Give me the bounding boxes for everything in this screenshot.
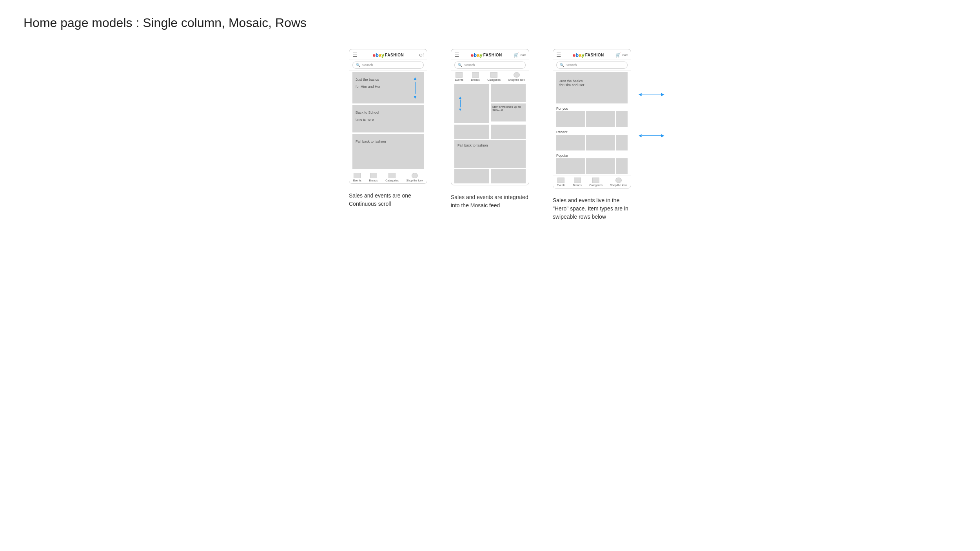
section-label-popular: Popular <box>553 152 631 158</box>
logo-area-rows: ebay FASHION <box>573 52 604 58</box>
caption-rows: Sales and events live in the "Hero" spac… <box>553 196 631 221</box>
mosaic-right-stack: Men's watches up to 30%.off <box>491 84 526 123</box>
block-label-1: Just the basics for Him and Her <box>356 78 381 89</box>
foryou-cell-3 <box>616 111 628 127</box>
mosaic-wireframe: ☰ ebay FASHION 🛒 Cart 🔍 Search <box>451 49 529 210</box>
hero-block-rows: Just the basics for Him and Her <box>556 72 628 103</box>
nav-shopthelook-mosaic[interactable]: Shop the look <box>508 72 525 81</box>
ebay-logo-mosaic: ebay <box>471 52 483 58</box>
rows-phone: ☰ ebay FASHION 🛒 Cart 🔍 <box>553 49 631 188</box>
nav-categories-single[interactable]: Categories <box>385 173 399 182</box>
header-icons-mosaic: 🛒 Cart <box>514 53 526 58</box>
menu-icon-mosaic: ☰ <box>454 52 459 58</box>
recent-row <box>553 135 631 152</box>
fashion-label-mosaic: FASHION <box>483 53 502 57</box>
cart-icon-mosaic: 🛒 <box>514 53 519 58</box>
nav-categories-mosaic[interactable]: Categories <box>487 72 501 81</box>
hero-arrow: ◀ ▶ <box>639 92 664 96</box>
nav-brands-mosaic[interactable]: Brands <box>471 72 480 81</box>
nav-label-brands: Brands <box>369 179 378 182</box>
mosaic-right-top <box>491 84 526 102</box>
header-icons-rows: 🛒 Cart <box>615 53 628 58</box>
nav-shopthelook-single[interactable]: Shop the look <box>406 173 423 182</box>
mosaic-top-grid: ▲ ▼ Men's watches up to 30%.off <box>451 82 529 125</box>
cart-icon-rows: 🛒 <box>615 53 621 58</box>
fashion-label-rows: FASHION <box>585 53 604 57</box>
foryou-row <box>553 111 631 129</box>
caption-single: Sales and events are one Continuous scro… <box>349 192 427 208</box>
ebay-logo: ebay <box>373 52 385 58</box>
search-icon-single: 🔍 <box>356 63 360 67</box>
search-icon-mosaic: 🔍 <box>458 63 462 67</box>
mosaic-arrow: ▲ ▼ <box>458 95 462 112</box>
scroll-arrow-single: ▲ ▼ <box>413 76 417 100</box>
search-bar-rows[interactable]: 🔍 Search <box>556 62 628 69</box>
mosaic-bottom-left <box>454 169 489 183</box>
foryou-cell-2 <box>586 111 615 127</box>
nav-label-categories: Categories <box>385 179 399 182</box>
caption-mosaic: Sales and events are integrated into the… <box>451 193 529 210</box>
header-icons-single: ⊙! <box>419 53 424 58</box>
nav-shopthelook-rows[interactable]: Shop the look <box>610 178 627 187</box>
popular-row <box>553 158 631 176</box>
fashion-label: FASHION <box>385 53 404 57</box>
phone-header-mosaic: ☰ ebay FASHION 🛒 Cart <box>451 49 529 60</box>
logo-area-mosaic: ebay FASHION <box>471 52 502 58</box>
foryou-cell-1 <box>556 111 585 127</box>
popular-cell-2 <box>586 158 615 174</box>
bottom-nav-single: Events Brands Categories Shop the look <box>349 171 427 183</box>
nav-brands-rows[interactable]: Brands <box>573 178 582 187</box>
block-label-3: Fall back to fashion <box>356 140 386 143</box>
search-text-single: Search <box>362 63 373 67</box>
nav-categories-rows[interactable]: Categories <box>589 178 603 187</box>
search-area-single[interactable]: 🔍 Search <box>349 60 427 71</box>
phone-header-single: ☰ ebay FASHION ⊙! <box>349 49 427 60</box>
foryou-arrow: ◀ ▶ <box>639 133 664 138</box>
phone-content-single: Just the basics for Him and Her ▲ ▼ Back… <box>349 72 427 169</box>
recent-cell-2 <box>586 135 615 150</box>
search-text-mosaic: Search <box>464 63 475 67</box>
single-column-phone: ☰ ebay FASHION ⊙! 🔍 Search <box>349 49 427 184</box>
nav-events-mosaic[interactable]: Events <box>455 72 463 81</box>
search-icon-rows: 🔍 <box>560 63 564 67</box>
content-block-1-single: Just the basics for Him and Her ▲ ▼ <box>352 72 424 103</box>
nav-label-shopthelook: Shop the look <box>406 179 423 182</box>
mosaic-content: ▲ ▼ Men's watches up to 30%.off <box>451 82 529 185</box>
block-label-2: Back to School time is here <box>356 111 379 121</box>
mosaic-left-tall: ▲ ▼ <box>454 84 489 123</box>
content-block-2-single: Back to School time is here <box>352 105 424 132</box>
search-area-rows[interactable]: 🔍 Search <box>553 60 631 71</box>
search-bar-single[interactable]: 🔍 Search <box>352 62 424 69</box>
ebay-logo-rows: ebay <box>573 52 584 58</box>
section-label-foryou: For you <box>553 105 631 111</box>
recent-cell-1 <box>556 135 585 150</box>
phone-header-rows: ☰ ebay FASHION 🛒 Cart <box>553 49 631 60</box>
recent-cell-3 <box>616 135 628 150</box>
nav-events-single[interactable]: Events <box>353 173 361 182</box>
watches-text: Men's watches up to 30%.off <box>492 105 521 112</box>
nav-events-rows[interactable]: Events <box>557 178 565 187</box>
search-bar-mosaic[interactable]: 🔍 Search <box>454 62 526 69</box>
rows-phone-wrapper: ☰ ebay FASHION 🛒 Cart 🔍 <box>553 49 631 188</box>
mosaic-bottom-right <box>491 169 526 183</box>
menu-icon-rows: ☰ <box>556 52 561 58</box>
mosaic-right-text: Men's watches up to 30%.off <box>491 103 526 121</box>
popular-cell-1 <box>556 158 585 174</box>
nav-label-events: Events <box>353 179 361 182</box>
rows-wireframe: ☰ ebay FASHION 🛒 Cart 🔍 <box>553 49 631 221</box>
mosaic-large-block: Fall back to fashion <box>454 140 526 168</box>
logo-area: ebay FASHION <box>373 52 404 58</box>
mosaic-mid-row <box>451 125 529 139</box>
mosaic-phone: ☰ ebay FASHION 🛒 Cart 🔍 Search <box>451 49 529 185</box>
content-block-3-single: Fall back to fashion <box>352 134 424 169</box>
menu-icon: ☰ <box>352 52 358 58</box>
page-title: Home page models : Single column, Mosaic… <box>24 16 956 30</box>
section-label-recent: Recent <box>553 129 631 135</box>
bottom-nav-rows: Events Brands Categories Shop the look <box>553 176 631 188</box>
fall-fashion-label-mosaic: Fall back to fashion <box>457 143 488 147</box>
nav-brands-single[interactable]: Brands <box>369 173 378 182</box>
search-text-rows: Search <box>566 63 577 67</box>
mosaic-bottom-row <box>451 169 529 185</box>
mosaic-mid-left <box>454 125 489 139</box>
search-area-mosaic[interactable]: 🔍 Search <box>451 60 529 71</box>
